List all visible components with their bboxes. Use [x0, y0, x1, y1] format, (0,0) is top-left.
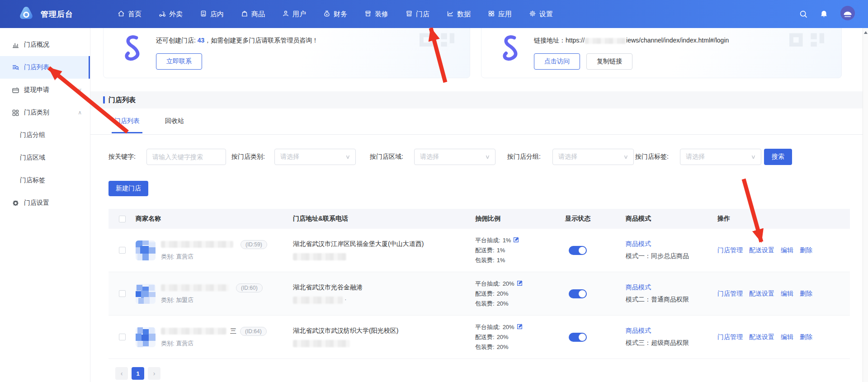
copy-link-button[interactable]: 复制链接	[586, 53, 632, 70]
sidebar-item-store-overview[interactable]: 门店概况	[0, 33, 90, 56]
group-select[interactable]: 请选择 ∨	[552, 149, 634, 165]
delivery-settings-link[interactable]: 配送设置	[749, 333, 774, 341]
delete-link[interactable]: 删除	[800, 290, 812, 298]
delete-link[interactable]: 删除	[800, 333, 812, 341]
edit-link[interactable]: 编辑	[781, 333, 793, 341]
nav-item-home[interactable]: 首页	[118, 10, 142, 19]
bell-icon[interactable]	[820, 10, 828, 19]
edit-link[interactable]: 编辑	[781, 246, 793, 255]
row-checkbox[interactable]	[119, 334, 126, 340]
tab-recycle-bin[interactable]: 回收站	[165, 108, 184, 133]
blurred-url-segment	[585, 38, 626, 44]
delivery-settings-link[interactable]: 配送设置	[749, 290, 774, 298]
nav-item-instore[interactable]: 店内	[200, 10, 224, 19]
user-icon	[282, 10, 289, 19]
avatar[interactable]	[840, 5, 855, 23]
title-accent-bar	[103, 96, 105, 104]
store-name-blurred	[161, 284, 229, 291]
display-status-toggle[interactable]	[569, 333, 587, 342]
sidebar-item-store-list[interactable]: 门店列表	[0, 56, 90, 79]
store-name-suffix: 三	[230, 327, 236, 335]
manage-store-link[interactable]: 门店管理	[717, 333, 743, 341]
nav-item-users[interactable]: 用户	[282, 10, 306, 19]
search-icon[interactable]	[799, 10, 808, 19]
tabs-divider	[90, 134, 863, 135]
sidebar-item-store-tag[interactable]: 门店标签	[0, 169, 90, 192]
display-status-toggle[interactable]	[569, 246, 587, 255]
nav-item-takeout[interactable]: 外卖	[159, 10, 183, 19]
filter-bar: 按关键字: 按门店类别: 请选择 ∨ 按门店区域: 请选择 ∨ 按门店分组: 请…	[90, 149, 863, 165]
next-page-button[interactable]: ›	[148, 367, 160, 380]
app-title: 管理后台	[41, 9, 73, 19]
paint-store-icon	[364, 10, 372, 19]
packing-rate: 20%	[497, 300, 509, 307]
qr-code-placeholder	[788, 28, 827, 51]
product-mode-link[interactable]: 商品模式	[626, 327, 651, 335]
page-1-button[interactable]: 1	[132, 367, 144, 380]
nav-item-finance[interactable]: 财务	[323, 10, 347, 19]
edit-rate-icon[interactable]	[517, 324, 523, 331]
store-address: 湖北省武汉市江岸区民福金堡大厦(中山大道西)	[293, 240, 475, 248]
sidebar-item-store-settings[interactable]: 门店设置	[0, 192, 90, 214]
nav-item-apps[interactable]: 应用	[488, 10, 512, 19]
manage-store-link[interactable]: 门店管理	[717, 290, 743, 298]
row-checkbox[interactable]	[119, 290, 126, 297]
app-logo-icon	[18, 5, 34, 23]
product-mode-link[interactable]: 商品模式	[626, 283, 651, 292]
squiggle-icon	[123, 34, 142, 63]
sidebar-item-store-category[interactable]: 门店类别 ∧	[0, 101, 90, 124]
sidebar-item-store-region[interactable]: 门店区域	[0, 146, 90, 169]
sidebar-item-withdrawal[interactable]: 提现申请 ∨	[0, 79, 90, 101]
money-bag-icon	[323, 10, 330, 19]
header-actions: 操作	[717, 215, 847, 223]
edit-rate-icon[interactable]	[517, 280, 523, 288]
display-status-toggle[interactable]	[569, 289, 587, 298]
visit-link-button[interactable]: 点击访问	[534, 53, 580, 70]
topbar-right	[799, 0, 855, 28]
table-row: 三 (ID:64) 类别: 直营店 湖北省武汉市武汉纺织大学(阳光校区) 平台抽…	[108, 316, 850, 359]
nav-item-settings[interactable]: 设置	[529, 10, 553, 19]
product-mode-desc: 模式一：同步总店商品	[626, 252, 717, 260]
edit-rate-icon[interactable]	[513, 237, 519, 244]
header-merchant-name: 商家名称	[136, 215, 293, 223]
nav-item-decorate[interactable]: 装修	[364, 10, 388, 19]
region-select[interactable]: 请选择 ∨	[414, 149, 495, 165]
edit-link[interactable]: 编辑	[781, 290, 793, 298]
product-mode-link[interactable]: 商品模式	[626, 240, 651, 248]
platform-rate: 20%	[503, 324, 514, 330]
scroll-up-arrow-icon[interactable]	[864, 31, 868, 34]
category-select[interactable]: 请选择 ∨	[274, 149, 356, 165]
scooter-icon	[159, 10, 166, 19]
store-logo-blurred	[136, 284, 156, 304]
store-phone-blurred	[293, 340, 350, 347]
keyword-label: 按关键字:	[108, 153, 136, 161]
bar-chart-icon	[12, 41, 19, 49]
delete-link[interactable]: 删除	[800, 246, 812, 255]
prev-page-button[interactable]: ‹	[115, 367, 128, 380]
tab-store-list[interactable]: 门店列表	[114, 108, 140, 133]
group-label: 按门店分组:	[507, 153, 541, 161]
header-product-mode: 商品模式	[626, 215, 717, 223]
apps-grid-icon	[488, 10, 495, 19]
contact-now-button[interactable]: 立即联系	[156, 53, 202, 70]
keyword-input[interactable]	[146, 149, 226, 165]
page-scrollbar[interactable]	[863, 28, 868, 382]
chevron-down-icon: ∨	[78, 87, 82, 93]
select-all-checkbox[interactable]	[119, 216, 126, 222]
store-address: 湖北省武汉市光谷金融港	[293, 283, 475, 292]
delivery-settings-link[interactable]: 配送设置	[749, 246, 774, 255]
search-button[interactable]: 搜索	[764, 149, 792, 165]
sidebar-item-store-group[interactable]: 门店分组	[0, 124, 90, 146]
nav-item-goods[interactable]: 商品	[241, 10, 265, 19]
packing-rate: 20%	[497, 344, 509, 350]
store-address: 湖北省武汉市武汉纺织大学(阳光校区)	[293, 327, 475, 335]
grid-icon	[12, 109, 19, 117]
nav-item-data[interactable]: 数据	[447, 10, 471, 19]
brand: 管理后台	[18, 0, 73, 28]
new-store-button[interactable]: 新建门店	[108, 181, 148, 196]
row-checkbox[interactable]	[119, 247, 126, 254]
tag-select[interactable]: 请选择 ∨	[680, 149, 761, 165]
nav-item-stores[interactable]: 门店	[406, 10, 429, 19]
gear-solid-icon	[12, 199, 19, 207]
manage-store-link[interactable]: 门店管理	[717, 246, 743, 255]
